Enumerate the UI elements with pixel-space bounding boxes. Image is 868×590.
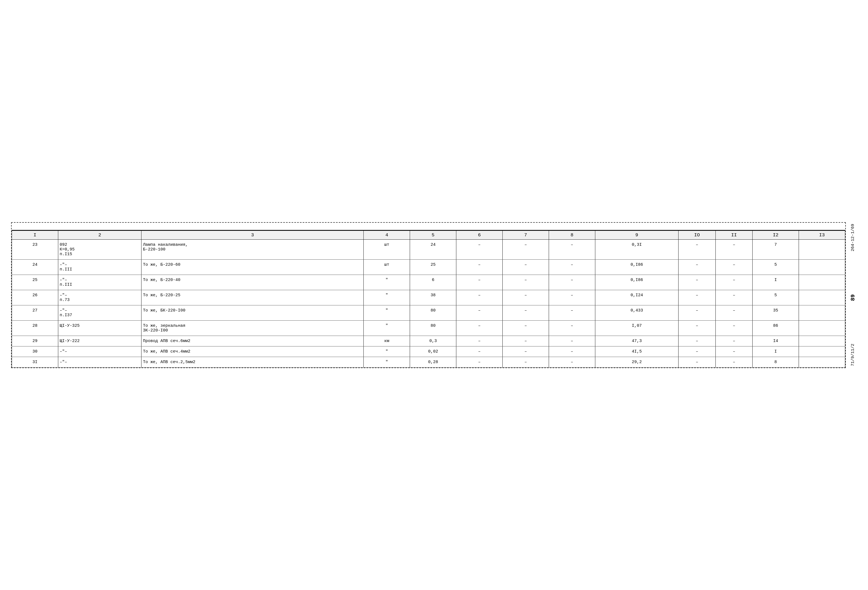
row-1-col-4: шт xyxy=(364,239,410,260)
row-9-col-12: 8 xyxy=(753,357,799,367)
row-2-col-11: – xyxy=(715,260,753,274)
row-3-col-13 xyxy=(799,274,845,290)
page-container: I 2 3 4 5 6 7 8 9 IO II I2 I3 xyxy=(11,222,846,368)
row-6-col-13 xyxy=(799,320,845,336)
row-9-col-13 xyxy=(799,357,845,367)
row-6-col-11: – xyxy=(715,320,753,336)
row-1-col-3: Лампа накаливания, Б-220-100 xyxy=(142,239,364,260)
row-6-col-12: 86 xyxy=(753,320,799,336)
row-7-col-9: 47,3 xyxy=(595,336,678,346)
table-row: 25–"– п.IIIТо же, Б-220-40"6–––0,I86––I xyxy=(12,274,845,290)
row-2-col-1: 24 xyxy=(12,260,58,274)
col-header-4: 4 xyxy=(364,230,410,239)
col-header-13: I3 xyxy=(799,230,845,239)
row-1-col-10: – xyxy=(679,239,716,260)
row-8-col-4: " xyxy=(364,346,410,357)
row-5-col-4: " xyxy=(364,305,410,320)
row-3-col-6: – xyxy=(456,274,503,290)
main-table: I 2 3 4 5 6 7 8 9 IO II I2 I3 xyxy=(12,230,845,367)
row-2-col-10: – xyxy=(679,260,716,274)
row-1-col-6: – xyxy=(456,239,503,260)
row-5-col-3: То же, БК-220-I00 xyxy=(142,305,364,320)
row-5-col-10: – xyxy=(679,305,716,320)
side-label-bottom: 71/9/11/2 xyxy=(850,344,855,366)
row-7-col-6: – xyxy=(456,336,503,346)
top-strip xyxy=(12,223,845,230)
row-6-col-4: " xyxy=(364,320,410,336)
row-1-col-1: 23 xyxy=(12,239,58,260)
row-3-col-2: –"– п.III xyxy=(58,274,141,290)
row-3-col-8: – xyxy=(549,274,595,290)
row-1-col-5: 24 xyxy=(410,239,456,260)
row-7-col-11: – xyxy=(715,336,753,346)
row-6-col-3: То же, зеркальная ЗК-220-I00 xyxy=(142,320,364,336)
row-4-col-2: –"– п.73 xyxy=(58,290,141,305)
row-5-col-7: – xyxy=(502,305,549,320)
table-row: 29ЩI-У-222Провод АПВ сеч.6мм2км0,3–––47,… xyxy=(12,336,845,346)
row-7-col-3: Провод АПВ сеч.6мм2 xyxy=(142,336,364,346)
row-3-col-7: – xyxy=(502,274,549,290)
table-row: 23092 К=0,95 п.I15Лампа накаливания, Б-2… xyxy=(12,239,845,260)
row-7-col-8: – xyxy=(549,336,595,346)
row-7-col-1: 29 xyxy=(12,336,58,346)
row-4-col-13 xyxy=(799,290,845,305)
row-8-col-1: 30 xyxy=(12,346,58,357)
row-6-col-6: – xyxy=(456,320,503,336)
col-header-6: 6 xyxy=(456,230,503,239)
row-4-col-10: – xyxy=(679,290,716,305)
col-header-11: II xyxy=(715,230,753,239)
col-header-9: 9 xyxy=(595,230,678,239)
row-9-col-4: " xyxy=(364,357,410,367)
row-4-col-6: – xyxy=(456,290,503,305)
row-4-col-5: 38 xyxy=(410,290,456,305)
row-8-col-2: –"– xyxy=(58,346,141,357)
row-1-col-12: 7 xyxy=(753,239,799,260)
row-5-col-6: – xyxy=(456,305,503,320)
row-9-col-6: – xyxy=(456,357,503,367)
row-9-col-8: – xyxy=(549,357,595,367)
row-7-col-4: км xyxy=(364,336,410,346)
row-9-col-11: – xyxy=(715,357,753,367)
row-8-col-8: – xyxy=(549,346,595,357)
row-1-col-2: 092 К=0,95 п.I15 xyxy=(58,239,141,260)
row-4-col-3: То же, Б-220-25 xyxy=(142,290,364,305)
row-4-col-9: 0,I24 xyxy=(595,290,678,305)
row-6-col-5: 80 xyxy=(410,320,456,336)
row-9-col-9: 29,2 xyxy=(595,357,678,367)
row-2-col-6: – xyxy=(456,260,503,274)
row-3-col-9: 0,I86 xyxy=(595,274,678,290)
table-row: 24–"– п.IIIТо же, Б-220-60шт25–––0,I86––… xyxy=(12,260,845,274)
row-6-col-7: – xyxy=(502,320,549,336)
header-row: I 2 3 4 5 6 7 8 9 IO II I2 I3 xyxy=(12,230,845,239)
row-9-col-1: 3I xyxy=(12,357,58,367)
col-header-5: 5 xyxy=(410,230,456,239)
row-7-col-2: ЩI-У-222 xyxy=(58,336,141,346)
row-5-col-9: 0,433 xyxy=(595,305,678,320)
row-2-col-5: 25 xyxy=(410,260,456,274)
row-3-col-3: То же, Б-220-40 xyxy=(142,274,364,290)
row-9-col-2: –"– xyxy=(58,357,141,367)
row-9-col-5: 0,28 xyxy=(410,357,456,367)
table-row: 3I–"–То же, АПВ сеч.2,5мм2"0,28–––29,2––… xyxy=(12,357,845,367)
row-4-col-12: 5 xyxy=(753,290,799,305)
col-header-2: 2 xyxy=(58,230,141,239)
row-5-col-12: 35 xyxy=(753,305,799,320)
col-header-10: IO xyxy=(679,230,716,239)
row-1-col-8: – xyxy=(549,239,595,260)
row-5-col-5: 80 xyxy=(410,305,456,320)
row-4-col-11: – xyxy=(715,290,753,305)
col-header-12: I2 xyxy=(753,230,799,239)
row-2-col-3: То же, Б-220-60 xyxy=(142,260,364,274)
row-3-col-10: – xyxy=(679,274,716,290)
row-2-col-4: шт xyxy=(364,260,410,274)
table-row: 27–"– п.I37То же, БК-220-I00"80–––0,433–… xyxy=(12,305,845,320)
col-header-7: 7 xyxy=(502,230,549,239)
row-8-col-12: I xyxy=(753,346,799,357)
row-8-col-3: То же, АПВ сеч.4мм2 xyxy=(142,346,364,357)
col-header-1: I xyxy=(12,230,58,239)
row-6-col-1: 28 xyxy=(12,320,58,336)
row-4-col-4: " xyxy=(364,290,410,305)
row-2-col-9: 0,I86 xyxy=(595,260,678,274)
row-5-col-8: – xyxy=(549,305,595,320)
row-6-col-9: I,07 xyxy=(595,320,678,336)
